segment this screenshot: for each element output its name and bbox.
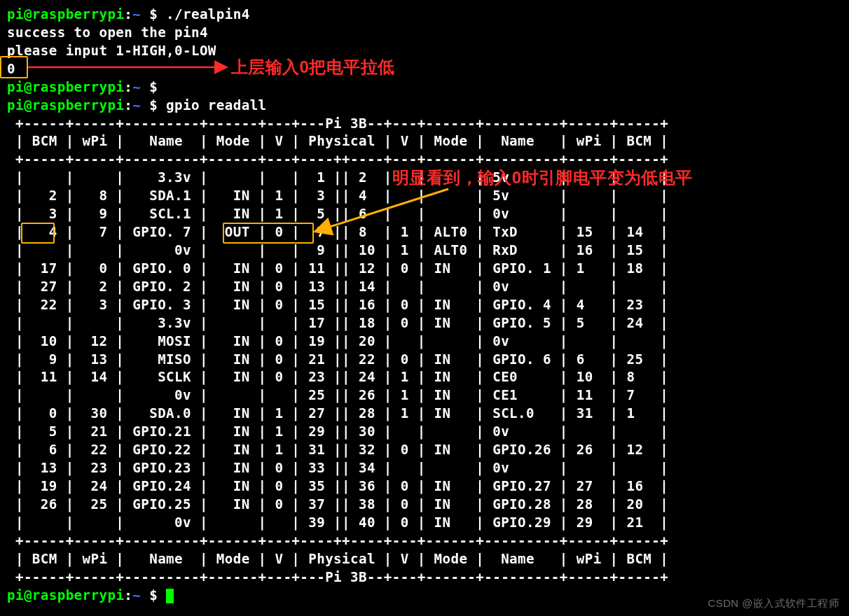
watermark: CSDN @嵌入式软件工程师	[708, 596, 840, 610]
annotation-pin-low: 明显看到，输入0时引脚电平变为低电平	[392, 167, 693, 189]
terminal-output: pi@raspberrypi:~ $ ./realpin4 success to…	[7, 6, 842, 604]
cursor	[166, 589, 174, 603]
annotation-input-low: 上层输入0把电平拉低	[231, 56, 394, 78]
